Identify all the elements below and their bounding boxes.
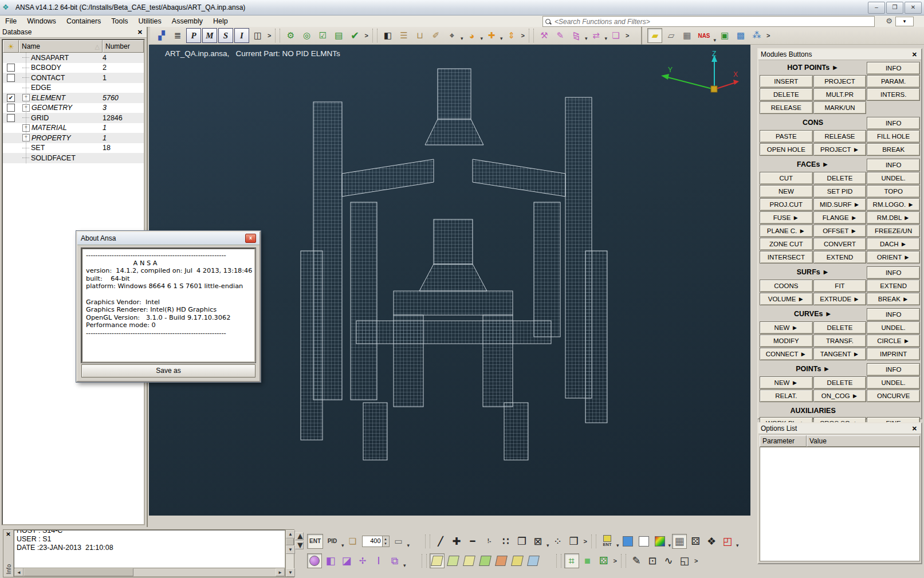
- cons-paste-button[interactable]: PASTE: [760, 130, 813, 143]
- hot-points-header[interactable]: HOT POINTs ►: [760, 62, 866, 74]
- cube-mode-dropdown[interactable]: ▾: [736, 542, 740, 548]
- cube-style-dropdown[interactable]: ▾: [668, 542, 672, 548]
- cabinet-icon[interactable]: ≣: [170, 28, 185, 43]
- menu-tools[interactable]: Tools: [106, 16, 133, 26]
- expand-material[interactable]: +: [22, 124, 30, 132]
- mesh-box-icon[interactable]: ▩: [733, 28, 748, 43]
- group3-more-chevron[interactable]: >: [519, 32, 526, 39]
- spinner-arrows[interactable]: ▲▼: [382, 536, 389, 546]
- invert-selection-button[interactable]: !-: [481, 534, 497, 549]
- faces-undel-button[interactable]: UNDEL.: [867, 172, 920, 184]
- presentation-params-icon[interactable]: ☰: [396, 28, 411, 43]
- vscroll-thumb[interactable]: [286, 538, 294, 545]
- target-dropdown[interactable]: ▾: [460, 36, 464, 41]
- db-row-contact[interactable]: CONTACT1: [3, 73, 144, 83]
- wireframe-cube-icon[interactable]: ▦: [672, 534, 687, 549]
- faces-plane-c-button[interactable]: PLANE C. ►: [760, 225, 813, 237]
- curves-tangent-button[interactable]: TANGENT ►: [813, 348, 867, 360]
- points-relat-button[interactable]: RELAT.: [760, 390, 813, 402]
- minimize-button[interactable]: –: [868, 2, 885, 14]
- parameter-column-header[interactable]: Parameter: [760, 435, 807, 447]
- column-header-name[interactable]: Name △: [19, 40, 103, 53]
- scroll-up-icon[interactable]: ▲: [286, 530, 295, 538]
- delete-trash-icon[interactable]: ⊔: [412, 28, 427, 43]
- hot-points-delete-button[interactable]: DELETE: [760, 88, 813, 101]
- curves-circle-button[interactable]: CIRCLE ►: [867, 335, 920, 347]
- connectivity-icon[interactable]: ⁂: [749, 28, 764, 43]
- modules-close-icon[interactable]: ✕: [910, 51, 919, 58]
- scroll-left-icon[interactable]: ◄: [14, 568, 23, 576]
- checkbox-element[interactable]: ✔: [7, 94, 15, 102]
- sphere-tool-icon[interactable]: [307, 553, 322, 568]
- console-vscrollbar[interactable]: ▲ ▼ ▼: [285, 530, 294, 577]
- paint-brush-icon[interactable]: ✐: [428, 28, 443, 43]
- database-search-icon[interactable]: ◎: [299, 28, 314, 43]
- curves-modify-button[interactable]: MODIFY: [760, 335, 813, 347]
- curves-transf-button[interactable]: TRANSF.: [813, 335, 867, 347]
- hot-points-mark-un-button[interactable]: MARK/UN: [813, 101, 867, 114]
- scroll-down2-icon[interactable]: ▼: [286, 568, 295, 577]
- hot-points-project-button[interactable]: PROJECT: [813, 75, 867, 88]
- lock-dropdown[interactable]: ▾: [546, 542, 550, 548]
- menu-dropdown[interactable]: ▾: [895, 17, 914, 26]
- checkbox-bcbody[interactable]: [7, 64, 15, 72]
- quad-delete-icon[interactable]: [446, 553, 461, 568]
- nas-mode-dropdown[interactable]: ▾: [713, 37, 717, 43]
- curves-connect-button[interactable]: CONNECT ►: [760, 348, 813, 360]
- faces-orient-button[interactable]: ORIENT ►: [867, 251, 920, 264]
- scroll-right-icon[interactable]: ►: [276, 568, 285, 576]
- script-editor-icon[interactable]: ✎: [553, 28, 568, 43]
- results-list-icon[interactable]: ▤: [331, 28, 346, 43]
- select-pid-button[interactable]: PID: [324, 534, 340, 549]
- materials-m-button[interactable]: M: [202, 28, 217, 43]
- points-undel-button[interactable]: UNDEL.: [867, 376, 920, 389]
- wire-box-icon[interactable]: ▣: [717, 28, 732, 43]
- quad-hole-icon[interactable]: [462, 553, 477, 568]
- selection-more-chevron[interactable]: >: [582, 538, 589, 545]
- ent-display-button[interactable]: ENT: [599, 533, 615, 549]
- quad-orient-icon[interactable]: [494, 553, 509, 568]
- feature-angle-field[interactable]: 400▲▼: [362, 536, 390, 547]
- curves-header[interactable]: CURVEs ►: [760, 308, 866, 321]
- hot-points-inters-button[interactable]: INTERS.: [867, 88, 920, 101]
- line-tool-icon[interactable]: ╱: [433, 534, 448, 549]
- cons-info-button[interactable]: INFO: [867, 117, 920, 129]
- group4-more-chevron[interactable]: >: [624, 32, 631, 39]
- nas-mode-button[interactable]: NAS: [695, 28, 712, 43]
- compare-dropdown[interactable]: ▾: [604, 36, 608, 41]
- surfs-fit-button[interactable]: FIT: [813, 280, 867, 292]
- select-ent-button[interactable]: ENT: [307, 534, 323, 549]
- hot-points-release-button[interactable]: RELEASE: [760, 101, 813, 114]
- faces-new-button[interactable]: NEW: [760, 185, 813, 198]
- expand-element[interactable]: +: [22, 94, 30, 101]
- face-tool-icon[interactable]: ◪: [339, 553, 354, 568]
- surfs-header[interactable]: SURFs ►: [760, 266, 866, 279]
- select-all-icon[interactable]: ∷: [498, 534, 513, 549]
- add-plus-icon[interactable]: ✚: [449, 534, 464, 549]
- fe-mesh-icon[interactable]: ⌗: [564, 553, 579, 568]
- points-on-cog-button[interactable]: ON_COG ►: [813, 390, 867, 402]
- sets-s-button[interactable]: S: [218, 28, 233, 43]
- white-cube-icon[interactable]: [636, 534, 651, 549]
- db-row-grid[interactable]: GRID12846: [3, 113, 144, 123]
- checkbox-grid[interactable]: [7, 114, 15, 122]
- curves-undel-button[interactable]: UNDEL.: [867, 321, 920, 334]
- db-row-bcbody[interactable]: BCBODY2: [3, 63, 144, 73]
- cons-break-button[interactable]: BREAK: [867, 143, 920, 156]
- curves-delete-button[interactable]: DELETE: [813, 321, 867, 334]
- remove-minus-icon[interactable]: ━: [465, 534, 480, 549]
- faces-proj-cut-button[interactable]: PROJ.CUT: [760, 198, 813, 211]
- cons-open-hole-button[interactable]: OPEN HOLE: [760, 143, 813, 156]
- transform-cube-icon[interactable]: ❏: [608, 28, 623, 43]
- hot-points-mult-pr-button[interactable]: MULT.PR: [813, 88, 867, 101]
- cons-header[interactable]: CONS: [760, 117, 866, 129]
- quad-green-icon[interactable]: [478, 553, 493, 568]
- curves-imprint-button[interactable]: IMPRINT: [867, 348, 920, 360]
- curves-info-button[interactable]: INFO: [867, 308, 920, 321]
- hot-points-info-button[interactable]: INFO: [867, 62, 920, 74]
- close-button[interactable]: ✕: [905, 2, 922, 14]
- zoom-lens-icon[interactable]: ◕: [464, 28, 479, 43]
- puzzle-icon[interactable]: ▞: [154, 28, 169, 43]
- feature-surface-icon[interactable]: ❏: [345, 534, 360, 549]
- duplicate-icon[interactable]: ❒: [567, 534, 581, 549]
